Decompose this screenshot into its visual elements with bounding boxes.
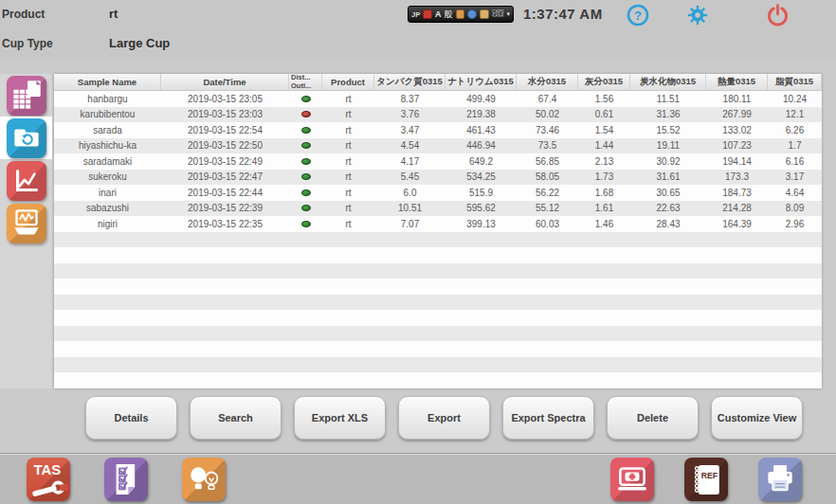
sidebar <box>0 74 52 388</box>
print-button[interactable] <box>758 458 802 501</box>
table-row[interactable]: nigiri2019-03-15 22:35rt7.07399.1360.031… <box>54 216 822 232</box>
search-button[interactable]: Search <box>190 396 282 440</box>
ime-conversion-mode[interactable]: 般 <box>445 9 453 21</box>
value-cell: 0.61 <box>578 107 630 123</box>
value-cell: 267.99 <box>706 107 768 123</box>
status-cell <box>289 107 322 123</box>
ref-notebook-icon: REF <box>684 458 728 501</box>
table-row[interactable]: sukeroku2019-03-15 22:47rt5.45534.2558.0… <box>54 170 822 186</box>
bottom-bar: TAS <box>0 453 836 504</box>
column-header[interactable]: 熱量0315 <box>706 74 768 90</box>
ime-caps-kana[interactable]: CAPS KANA <box>492 10 503 19</box>
sample-name-cell: sabazushi <box>54 201 161 217</box>
table-row[interactable]: saradamaki2019-03-15 22:49rt4.17649.256.… <box>54 153 822 170</box>
value-cell: 50.02 <box>517 107 578 123</box>
sample-name-cell: sarada <box>54 122 161 138</box>
details-button[interactable]: Details <box>85 396 177 440</box>
status-dot-green <box>301 158 311 165</box>
history-folder-icon <box>7 118 46 158</box>
value-cell: 55.12 <box>517 201 578 217</box>
power-button[interactable] <box>766 3 790 31</box>
value-cell: 31.61 <box>630 170 706 186</box>
value-cell: 595.62 <box>445 201 517 217</box>
sample-grid-icon <box>7 76 46 116</box>
value-cell: 1.44 <box>578 138 630 154</box>
empty-row <box>54 372 822 388</box>
sidebar-item-spectrum[interactable] <box>0 202 52 244</box>
value-cell: 1.56 <box>578 91 630 107</box>
ime-language-bar[interactable]: JP A 般 CAPS KANA ▾ <box>408 6 514 23</box>
table-row[interactable]: hiyashichu-ka2019-03-15 22:50rt4.54446.9… <box>54 138 822 154</box>
column-header[interactable]: 炭水化物0315 <box>630 74 706 90</box>
column-header[interactable]: Product <box>322 74 374 90</box>
export-xls-button[interactable]: Export XLS <box>294 396 386 440</box>
column-header[interactable]: Dist... Outl... <box>289 74 322 90</box>
clock: 1:37:47 AM <box>523 6 603 22</box>
datetime-cell: 2019-03-15 22:47 <box>161 170 289 186</box>
ime-icon[interactable] <box>423 9 432 19</box>
value-cell: 58.05 <box>517 170 578 186</box>
value-cell: 164.39 <box>706 216 768 232</box>
table-row[interactable]: hanbargu2019-03-15 23:05rt8.37499.4967.4… <box>54 91 822 107</box>
help-button[interactable]: ? <box>627 4 649 30</box>
value-cell: 8.09 <box>768 201 822 217</box>
status-dot-red <box>301 111 311 117</box>
ime-props-icon[interactable] <box>467 9 477 19</box>
column-header[interactable]: 水分0315 <box>517 74 578 90</box>
ime-lang-label[interactable]: JP <box>411 10 420 19</box>
reference-button[interactable]: REF <box>684 458 728 501</box>
export-button[interactable]: Export <box>398 396 490 440</box>
column-header[interactable]: タンパク質0315 <box>374 74 445 90</box>
status-cell <box>289 201 322 217</box>
product-label: Product <box>2 8 45 21</box>
lamp-button[interactable] <box>182 458 226 501</box>
diagnostics-button[interactable] <box>610 458 654 501</box>
tas-settings-button[interactable]: TAS <box>27 458 70 501</box>
value-cell: 60.03 <box>517 216 578 232</box>
settings-button[interactable] <box>687 5 708 29</box>
value-cell: 12.1 <box>768 107 822 123</box>
value-cell: 31.36 <box>630 107 706 123</box>
column-header[interactable]: 灰分0315 <box>578 74 630 90</box>
ime-menu-arrow-icon[interactable]: ▾ <box>506 10 510 18</box>
status-dot-green <box>301 142 311 149</box>
value-cell: 649.2 <box>445 153 517 170</box>
ime-tools-icon[interactable] <box>456 9 465 19</box>
value-cell: 1.68 <box>578 185 630 201</box>
table-row[interactable]: inari2019-03-15 22:44rt6.0515.956.221.68… <box>54 185 822 201</box>
product-cell: rt <box>322 122 374 138</box>
column-header[interactable]: Date/Time <box>161 74 289 90</box>
value-cell: 184.73 <box>706 185 768 201</box>
table-row[interactable]: sabazushi2019-03-15 22:39rt10.51595.6255… <box>54 201 822 217</box>
delete-button[interactable]: Delete <box>607 396 699 440</box>
ime-pad-icon[interactable] <box>480 9 489 19</box>
sidebar-item-samples[interactable] <box>0 74 52 117</box>
value-cell: 30.65 <box>630 185 706 201</box>
svg-text:?: ? <box>634 9 642 23</box>
column-header[interactable]: ナトリウム0315 <box>445 74 517 90</box>
value-cell: 19.11 <box>630 138 706 154</box>
checklist-button[interactable] <box>104 458 148 501</box>
column-header[interactable]: 脂質0315 <box>768 74 822 90</box>
value-cell: 3.47 <box>374 122 445 138</box>
table-row[interactable]: karubibentou2019-03-15 23:03rt3.76219.38… <box>54 107 822 123</box>
status-cell <box>289 122 322 138</box>
column-header[interactable]: Sample Name <box>54 74 161 90</box>
customize-view-button[interactable]: Customize View <box>711 396 803 440</box>
app-window: Product rt Cup Type Large Cup JP A 般 CAP… <box>0 0 836 504</box>
sidebar-item-chart[interactable] <box>0 159 52 202</box>
datetime-cell: 2019-03-15 23:05 <box>161 91 289 107</box>
export-spectra-button[interactable]: Export Spectra <box>502 396 594 440</box>
table-row[interactable]: sarada2019-03-15 22:54rt3.47461.4373.461… <box>54 122 822 138</box>
datetime-cell: 2019-03-15 22:50 <box>161 138 289 154</box>
empty-row <box>54 295 822 311</box>
product-cell: rt <box>322 216 374 232</box>
ime-input-mode-a[interactable]: A <box>435 9 442 19</box>
sidebar-item-history[interactable] <box>0 117 52 159</box>
value-cell: 1.61 <box>578 201 630 217</box>
cup-type-value: Large Cup <box>109 36 170 50</box>
value-cell: 11.51 <box>630 91 706 107</box>
status-cell <box>289 91 322 107</box>
value-cell: 1.7 <box>768 138 822 154</box>
product-value: rt <box>109 7 118 21</box>
